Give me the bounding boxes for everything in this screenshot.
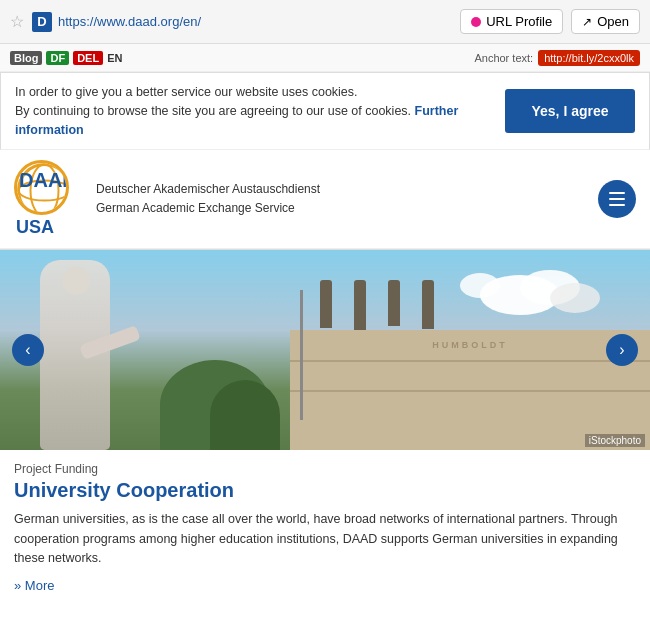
section-description: German universities, as is the case all … — [14, 510, 636, 568]
hamburger-icon — [609, 192, 625, 206]
favicon: D — [32, 12, 52, 32]
tag-blog[interactable]: Blog — [10, 51, 42, 65]
flag-pole — [300, 290, 303, 420]
open-button[interactable]: ↗ Open — [571, 9, 640, 34]
globe-circle: DAAD — [14, 160, 69, 215]
roof-statues — [320, 280, 434, 330]
url-profile-button[interactable]: URL Profile — [460, 9, 563, 34]
tag-bar: Blog DF DEL EN Anchor text: http://bit.l… — [0, 44, 650, 72]
tag-en: EN — [107, 52, 122, 64]
org-name-en: German Academic Exchange Service — [96, 199, 320, 218]
hero-image: HUMBOLDT ‹ › iStockphoto — [0, 250, 650, 450]
url-text: https://www.daad.org/en/ — [58, 14, 460, 29]
section-title: University Cooperation — [14, 479, 636, 502]
site-header: DAAD USA Deutscher Akademischer Austausc… — [0, 150, 650, 249]
tag-df[interactable]: DF — [46, 51, 69, 65]
daad-logo-text: DAAD — [19, 169, 69, 192]
pink-dot-icon — [471, 17, 481, 27]
hero-placeholder: HUMBOLDT — [0, 250, 650, 450]
anchor-link[interactable]: http://bit.ly/2cxx0lk — [538, 50, 640, 66]
top-bar: ☆ D https://www.daad.org/en/ URL Profile… — [0, 0, 650, 44]
cookie-line2: By continuing to browse the site you are… — [15, 104, 411, 118]
open-icon: ↗ — [582, 15, 592, 29]
tag-del[interactable]: DEL — [73, 51, 103, 65]
cookie-text: In order to give you a better service ou… — [15, 83, 493, 139]
content-area: Project Funding University Cooperation G… — [0, 450, 650, 603]
project-funding-label: Project Funding — [14, 462, 636, 476]
open-label: Open — [597, 14, 629, 29]
carousel-prev-button[interactable]: ‹ — [12, 334, 44, 366]
org-name-de: Deutscher Akademischer Austauschdienst — [96, 180, 320, 199]
daad-logo-globe: DAAD — [14, 160, 84, 215]
cookie-banner: In order to give you a better service ou… — [0, 72, 650, 150]
cookie-line1: In order to give you a better service ou… — [15, 85, 358, 99]
star-icon[interactable]: ☆ — [10, 12, 24, 31]
url-profile-label: URL Profile — [486, 14, 552, 29]
daad-logo: DAAD USA — [14, 160, 84, 238]
anchor-text-label: Anchor text: — [474, 52, 533, 64]
top-bar-right: URL Profile ↗ Open — [460, 9, 640, 34]
istock-credit: iStockphoto — [585, 434, 645, 447]
building: HUMBOLDT — [290, 330, 650, 450]
org-description: Deutscher Akademischer Austauschdienst G… — [96, 180, 320, 218]
anchor-text-area: Anchor text: http://bit.ly/2cxx0lk — [474, 50, 640, 66]
carousel-next-button[interactable]: › — [606, 334, 638, 366]
more-link[interactable]: » More — [14, 578, 54, 593]
clouds — [460, 265, 620, 325]
agree-button[interactable]: Yes, I agree — [505, 89, 635, 133]
more-label: » More — [14, 578, 54, 593]
hamburger-button[interactable] — [598, 180, 636, 218]
usa-text: USA — [14, 217, 84, 238]
